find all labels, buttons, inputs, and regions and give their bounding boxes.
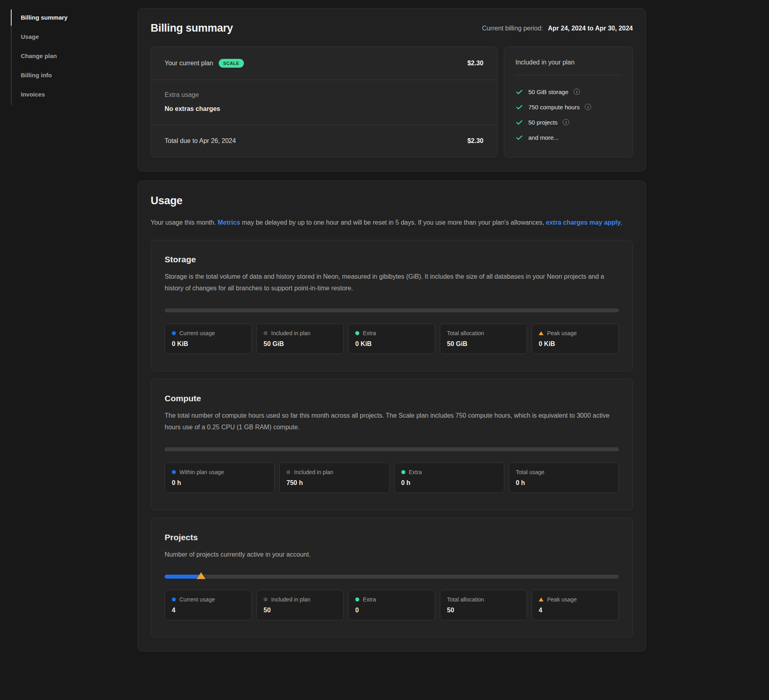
stat-value: 50 GiB <box>264 340 336 348</box>
orange-triangle-icon <box>539 331 544 335</box>
current-plan-label: Your current plan <box>165 60 213 67</box>
sidebar-item-usage[interactable]: Usage <box>12 28 137 47</box>
included-item: 50 GiB storage i <box>515 84 621 99</box>
billing-summary-card: Billing summary Current billing period: … <box>137 8 646 171</box>
stat-included-in-plan: Included in plan 50 GiB <box>256 324 344 354</box>
storage-section: Storage Storage is the total volume of d… <box>151 240 633 371</box>
stat-value: 50 <box>264 607 336 614</box>
stat-value: 0 KiB <box>355 340 428 348</box>
included-list: 50 GiB storage i 750 compute hours i 50 … <box>515 84 621 145</box>
stat-total-allocation: Total allocation 50 <box>440 590 527 620</box>
stat-label: Included in plan <box>294 469 333 475</box>
usage-card: Usage Your usage this month. Metrics may… <box>137 181 646 652</box>
stat-value: 4 <box>539 607 612 614</box>
stat-label: Extra <box>363 596 376 603</box>
billing-page: Billing summary Usage Change plan Billin… <box>0 0 769 661</box>
stat-value: 0 h <box>172 479 268 487</box>
included-item-label: and more... <box>528 134 559 141</box>
included-item: 50 projects i <box>515 115 621 130</box>
plan-price: $2.30 <box>467 60 483 67</box>
included-item: 750 compute hours i <box>515 99 621 115</box>
stat-total-usage: Total usage 0 h <box>509 463 619 493</box>
stat-label: Within plan usage <box>179 469 224 475</box>
main-content: Billing summary Current billing period: … <box>137 0 646 661</box>
extra-usage-value: No extras charges <box>165 105 483 113</box>
blue-dot-icon <box>172 331 176 335</box>
projects-section: Projects Number of projects currently ac… <box>151 518 633 638</box>
gray-dot-icon <box>286 470 290 474</box>
stat-label: Included in plan <box>271 330 310 336</box>
info-icon[interactable]: i <box>574 89 580 95</box>
stat-included-in-plan: Included in plan 750 h <box>279 463 389 493</box>
blue-dot-icon <box>172 470 176 474</box>
plan-row: Your current plan SCALE $2.30 Extra usag… <box>151 46 633 157</box>
peak-usage-marker-icon <box>197 572 205 579</box>
sidebar-item-invoices[interactable]: Invoices <box>12 86 137 105</box>
total-due-label: Total due to Apr 26, 2024 <box>165 137 236 145</box>
stat-label: Peak usage <box>547 596 577 603</box>
extra-usage-block: Extra usage No extras charges <box>151 80 497 125</box>
stat-label: Extra <box>409 469 422 475</box>
compute-progress-bar <box>165 447 619 451</box>
info-icon[interactable]: i <box>563 119 569 125</box>
stat-value: 0 KiB <box>539 340 612 348</box>
billing-summary-header: Billing summary Current billing period: … <box>151 22 633 34</box>
storage-description: Storage is the total volume of data and … <box>165 271 619 294</box>
billing-summary-title: Billing summary <box>151 22 233 34</box>
total-due-line: Total due to Apr 26, 2024 $2.30 <box>151 125 497 157</box>
compute-section: Compute The total number of compute hour… <box>151 379 633 510</box>
stat-peak-usage: Peak usage 4 <box>531 590 619 620</box>
stat-current-usage: Current usage 4 <box>165 590 252 620</box>
extra-charges-link[interactable]: extra charges may apply <box>546 219 621 226</box>
usage-intro-text: Your usage this month. <box>151 219 218 226</box>
projects-stats: Current usage 4 Included in plan 50 Extr… <box>165 590 619 620</box>
stat-value: 0 h <box>401 479 497 487</box>
projects-progress-fill <box>165 575 201 579</box>
stat-label: Current usage <box>179 330 215 336</box>
stat-extra: Extra 0 <box>348 590 435 620</box>
billing-period-label: Current billing period: <box>482 25 543 32</box>
stat-extra: Extra 0 h <box>394 463 504 493</box>
projects-progress-bar <box>165 575 619 579</box>
included-panel: Included in your plan 50 GiB storage i 7… <box>504 46 633 157</box>
stat-within-plan-usage: Within plan usage 0 h <box>165 463 275 493</box>
stat-value: 50 GiB <box>447 340 520 348</box>
green-dot-icon <box>355 331 359 335</box>
stat-peak-usage: Peak usage 0 KiB <box>531 324 619 354</box>
check-icon <box>515 119 523 126</box>
included-title: Included in your plan <box>515 59 621 75</box>
stat-label: Extra <box>363 330 376 336</box>
stat-total-allocation: Total allocation 50 GiB <box>440 324 527 354</box>
sidebar-item-billing-info[interactable]: Billing info <box>12 66 137 86</box>
stat-label: Total allocation <box>447 596 484 603</box>
stat-value: 750 h <box>286 479 382 487</box>
included-item-label: 50 GiB storage <box>528 89 568 95</box>
stat-current-usage: Current usage 0 KiB <box>165 324 252 354</box>
info-icon[interactable]: i <box>585 104 591 110</box>
sidebar-item-billing-summary[interactable]: Billing summary <box>12 9 137 28</box>
current-plan-panel: Your current plan SCALE $2.30 Extra usag… <box>151 46 497 157</box>
billing-period-value: Apr 24, 2024 to Apr 30, 2024 <box>548 25 633 32</box>
stat-included-in-plan: Included in plan 50 <box>256 590 344 620</box>
billing-sidebar: Billing summary Usage Change plan Billin… <box>0 0 137 661</box>
compute-description: The total number of compute hours used s… <box>165 410 619 433</box>
stat-value: 0 <box>355 607 428 614</box>
check-icon <box>515 103 523 111</box>
compute-title: Compute <box>165 394 619 403</box>
sidebar-item-change-plan[interactable]: Change plan <box>12 47 137 66</box>
total-due-value: $2.30 <box>467 137 483 145</box>
billing-period: Current billing period: Apr 24, 2024 to … <box>482 25 633 32</box>
stat-value: 0 h <box>516 479 612 487</box>
stat-label: Total usage <box>516 469 545 475</box>
orange-triangle-icon <box>539 597 544 601</box>
stat-label: Included in plan <box>271 596 310 603</box>
check-icon <box>515 88 523 96</box>
stat-value: 4 <box>172 607 245 614</box>
plan-badge: SCALE <box>219 59 244 68</box>
stat-label: Current usage <box>179 596 215 603</box>
metrics-link[interactable]: Metrics <box>218 219 240 226</box>
blue-dot-icon <box>172 597 176 601</box>
check-icon <box>515 134 523 141</box>
usage-intro: Your usage this month. Metrics may be de… <box>151 217 623 229</box>
gray-dot-icon <box>264 597 268 601</box>
